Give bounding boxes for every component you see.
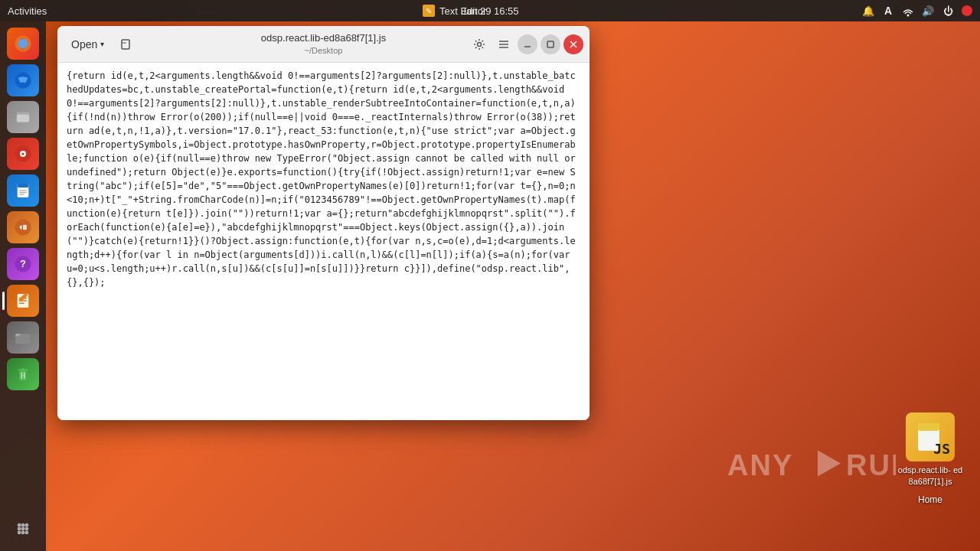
svg-rect-46 xyxy=(918,423,939,431)
status-indicator xyxy=(962,5,972,16)
network-icon[interactable] xyxy=(902,5,914,17)
svg-marker-48 xyxy=(818,451,841,477)
svg-text:RUN: RUN xyxy=(846,449,896,481)
new-file-button[interactable] xyxy=(115,34,136,55)
desktop-icons: odsp.react.lib- ed8a68f7[1].js Home xyxy=(896,412,965,505)
sidebar-item-firefox[interactable] xyxy=(7,28,39,60)
topbar-datetime: Jan 29 16:55 xyxy=(461,5,518,17)
svg-point-32 xyxy=(18,530,21,534)
svg-rect-10 xyxy=(18,184,29,187)
sidebar-item-filemanager[interactable] xyxy=(7,321,39,354)
sidebar-item-texteditor[interactable] xyxy=(7,285,39,317)
svg-point-28 xyxy=(24,523,28,527)
svg-rect-15 xyxy=(23,225,27,230)
font-icon[interactable]: A xyxy=(882,5,894,17)
maximize-button[interactable] xyxy=(541,34,560,54)
svg-point-2 xyxy=(18,39,28,49)
svg-rect-23 xyxy=(19,370,27,380)
app-icon: ✎ xyxy=(423,5,435,17)
svg-point-33 xyxy=(21,530,25,534)
open-label: Open xyxy=(71,38,97,51)
svg-point-26 xyxy=(18,523,21,527)
sidebar-item-trash[interactable] xyxy=(7,358,39,390)
topbar-right: 🔔 A 🔊 ⏻ xyxy=(862,5,972,17)
notification-icon[interactable]: 🔔 xyxy=(862,5,874,17)
svg-point-0 xyxy=(907,15,910,17)
svg-point-29 xyxy=(18,527,21,531)
topbar-left: Activities xyxy=(8,5,47,17)
editor-toolbar: Open ▾ xyxy=(64,34,136,55)
editor-title: odsp.react.lib-ed8a68f7[1].js ~/Desktop xyxy=(261,32,386,56)
power-icon[interactable]: ⏻ xyxy=(942,5,954,17)
sidebar-item-writer[interactable] xyxy=(7,174,39,207)
sidebar: ? xyxy=(0,21,46,551)
window-controls xyxy=(469,34,583,55)
js-file-icon xyxy=(906,412,955,461)
editor-window: Open ▾ odsp.react.lib-ed8a68f7[1].js ~/D… xyxy=(57,26,590,420)
sidebar-item-rhythmbox[interactable] xyxy=(7,138,39,170)
svg-point-27 xyxy=(21,523,25,527)
open-button[interactable]: Open ▾ xyxy=(64,35,112,54)
volume-icon[interactable]: 🔊 xyxy=(922,5,934,17)
svg-point-31 xyxy=(24,527,28,531)
close-button[interactable] xyxy=(564,34,583,54)
js-file-label: odsp.react.lib- ed8a68f7[1].js xyxy=(896,465,965,487)
svg-rect-5 xyxy=(17,115,29,122)
topbar: Activities ✎ Text Editor Jan 29 16:55 🔔 … xyxy=(0,0,980,21)
svg-text:?: ? xyxy=(20,258,26,269)
editor-titlebar: Open ▾ odsp.react.lib-ed8a68f7[1].js ~/D… xyxy=(57,26,590,63)
editor-filename: odsp.react.lib-ed8a68f7[1].js xyxy=(261,32,386,45)
menu-button[interactable] xyxy=(493,34,514,55)
svg-point-34 xyxy=(24,530,28,534)
home-label: Home xyxy=(918,494,942,505)
svg-rect-35 xyxy=(122,40,129,49)
sidebar-item-software[interactable] xyxy=(7,211,39,243)
open-dropdown-icon[interactable]: ▾ xyxy=(100,40,104,48)
minimize-button[interactable] xyxy=(518,34,537,54)
settings-button[interactable] xyxy=(469,34,490,55)
svg-point-30 xyxy=(21,527,25,531)
editor-content[interactable]: {return id(e,t,2<arguments.length&&void … xyxy=(57,63,590,420)
svg-rect-42 xyxy=(547,41,554,47)
svg-point-37 xyxy=(478,42,482,46)
svg-text:ANY: ANY xyxy=(727,449,793,481)
sidebar-item-thunderbird[interactable] xyxy=(7,64,39,96)
sidebar-item-files[interactable] xyxy=(7,101,39,133)
anyrun-watermark: ANY RUN xyxy=(727,441,896,490)
sidebar-item-help[interactable]: ? xyxy=(7,248,39,280)
editor-filepath: ~/Desktop xyxy=(261,45,386,56)
svg-point-8 xyxy=(21,152,24,155)
desktop-icon-jsfile[interactable]: odsp.react.lib- ed8a68f7[1].js xyxy=(896,412,965,487)
sidebar-item-apps[interactable] xyxy=(7,513,39,545)
activities-button[interactable]: Activities xyxy=(8,5,47,17)
